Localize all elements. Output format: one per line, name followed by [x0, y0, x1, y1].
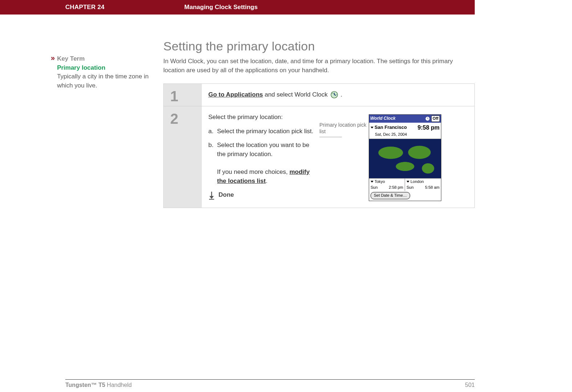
primary-date: Sat, Dec 25, 2004 — [369, 132, 441, 139]
primary-location-picklist[interactable]: San Francisco 9:58 pm — [369, 123, 441, 132]
device-titlebar: World Clock — [369, 115, 441, 123]
device-title: World Clock — [370, 115, 396, 122]
world-map — [369, 139, 441, 179]
section-title: Setting the primary location — [163, 39, 475, 53]
chapter-label: CHAPTER 24 — [65, 4, 105, 11]
chevron-right-icon: » — [51, 54, 53, 90]
step1-period: . — [339, 91, 342, 98]
main-content: Setting the primary location In World Cl… — [163, 15, 475, 208]
step2-extra-lead: If you need more choices, — [217, 168, 289, 175]
primary-time: 9:58 pm — [418, 123, 440, 132]
key-term-heading: Key Term — [57, 55, 85, 62]
sidebar: » Key Term Primary location Typically a … — [51, 15, 163, 208]
city2-day: Sun — [371, 185, 378, 191]
section-intro: In World Clock, you can set the location… — [163, 57, 454, 75]
steps-panel: 1 Go to Applications and select World Cl… — [163, 83, 475, 208]
footer-rule — [65, 379, 475, 380]
list-marker: b. — [208, 141, 217, 185]
city3-name: London — [410, 179, 424, 185]
dropdown-triangle-icon — [406, 181, 409, 183]
step-2: 2 Select the primary location: a. Select… — [164, 106, 474, 208]
page-number: 501 — [465, 382, 475, 388]
set-date-time-button[interactable]: Set Date & Time… — [371, 192, 410, 199]
world-clock-screenshot: World Clock — [369, 114, 441, 201]
secondary-city-1[interactable]: Tokyo Sun2:58 pm — [369, 179, 405, 191]
pick-list-callout: Primary location pick list — [319, 113, 367, 201]
step-body: Select the primary location: a. Select t… — [202, 106, 474, 208]
down-arrow-icon — [208, 191, 215, 200]
city3-time: 5:58 am — [425, 185, 440, 191]
step2-sub-b-text: Select the location you want to be the p… — [217, 142, 309, 158]
key-term-definition: Typically a city in the time zone in whi… — [57, 72, 163, 90]
alarm-off-badge: Off — [431, 115, 440, 122]
list-marker: a. — [208, 127, 217, 136]
step-number-cell: 2 — [164, 106, 202, 208]
step-number: 2 — [170, 111, 202, 126]
city2-name: Tokyo — [375, 179, 385, 185]
step-number: 1 — [170, 89, 202, 103]
secondary-city-2[interactable]: London Sun5:58 am — [405, 179, 441, 191]
callout-label: Primary location pick list — [319, 122, 366, 134]
done-row: Done — [208, 191, 317, 200]
step-body: Go to Applications and select World Cloc… — [202, 84, 474, 106]
step2-sub-b: b. Select the location you want to be th… — [208, 141, 317, 185]
step2-lead: Select the primary location: — [208, 113, 317, 122]
chapter-header-bar: CHAPTER 24 Managing Clock Settings — [0, 0, 475, 15]
step-1: 1 Go to Applications and select World Cl… — [164, 84, 474, 106]
step2-instructions: Select the primary location: a. Select t… — [208, 113, 317, 201]
step1-text-after-link: and select World Clock — [263, 91, 329, 98]
world-clock-icon — [330, 91, 338, 99]
step-number-cell: 1 — [164, 84, 202, 106]
alarm-icon — [425, 117, 430, 121]
go-to-applications-link[interactable]: Go to Applications — [208, 91, 263, 98]
done-label: Done — [218, 191, 234, 200]
dropdown-triangle-icon — [371, 127, 373, 128]
footer-brand: Tungsten™ T5 Handheld — [65, 382, 132, 388]
primary-city: San Francisco — [375, 124, 407, 131]
footer-brand-bold: Tungsten™ T5 — [65, 382, 105, 388]
city3-day: Sun — [406, 185, 414, 191]
secondary-cities-row: Tokyo Sun2:58 pm London Sun5:58 am — [369, 179, 441, 191]
key-term-name: Primary location — [57, 64, 105, 71]
svg-point-3 — [334, 94, 335, 95]
page-footer: Tungsten™ T5 Handheld 501 — [65, 379, 475, 388]
step2-sub-a: a. Select the primary location pick list… — [208, 127, 317, 136]
dropdown-triangle-icon — [371, 181, 373, 183]
svg-marker-5 — [209, 196, 214, 199]
chapter-title: Managing Clock Settings — [184, 4, 258, 11]
city2-time: 2:58 pm — [389, 185, 403, 191]
footer-brand-light: Handheld — [105, 382, 132, 388]
step2-sub-a-text: Select the primary location pick list. — [217, 127, 314, 136]
callout-leader-line — [319, 137, 342, 137]
step2-extra-period: . — [266, 177, 267, 184]
key-term-block: » Key Term Primary location Typically a … — [51, 54, 163, 90]
